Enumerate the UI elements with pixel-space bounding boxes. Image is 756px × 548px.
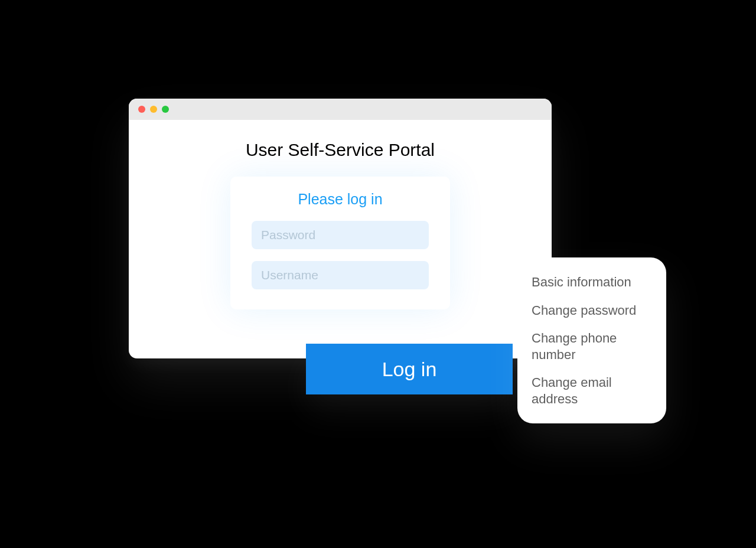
window-maximize-icon[interactable] <box>162 106 169 113</box>
window-body: User Self-Service Portal Please log in <box>129 120 552 309</box>
window-titlebar <box>129 99 552 120</box>
window-minimize-icon[interactable] <box>150 106 157 113</box>
window-close-icon[interactable] <box>138 106 145 113</box>
menu-item-basic-information[interactable]: Basic information <box>532 274 652 291</box>
menu-item-change-phone[interactable]: Change phone number <box>532 330 652 363</box>
menu-item-change-email[interactable]: Change email address <box>532 374 652 407</box>
page-title: User Self-Service Portal <box>129 140 552 160</box>
login-button[interactable]: Log in <box>306 344 513 394</box>
login-heading: Please log in <box>252 191 429 208</box>
app-window: User Self-Service Portal Please log in <box>129 99 552 358</box>
username-input[interactable] <box>252 261 429 289</box>
menu-item-change-password[interactable]: Change password <box>532 302 652 319</box>
options-menu: Basic information Change password Change… <box>517 257 666 423</box>
login-card: Please log in <box>230 177 450 309</box>
password-input[interactable] <box>252 221 429 249</box>
